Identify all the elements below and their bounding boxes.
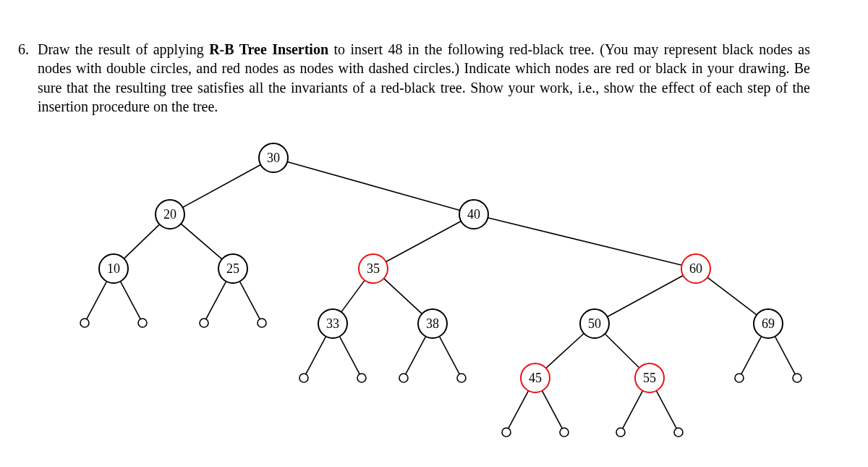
tree-node-label-60: 60 bbox=[689, 261, 702, 276]
tree-node-label-55: 55 bbox=[643, 371, 656, 385]
svg-line-6 bbox=[87, 282, 107, 319]
svg-line-17 bbox=[439, 337, 459, 374]
rb-tree-diagram: 30204010253560333850694555 bbox=[0, 0, 868, 467]
nil-node bbox=[200, 319, 208, 327]
svg-line-20 bbox=[741, 337, 762, 374]
tree-node-label-33: 33 bbox=[326, 316, 339, 331]
nil-node bbox=[616, 428, 625, 437]
tree-node-label-40: 40 bbox=[467, 207, 480, 222]
tree-node-label-10: 10 bbox=[107, 261, 120, 276]
svg-line-15 bbox=[339, 337, 359, 374]
tree-node-label-20: 20 bbox=[163, 207, 176, 222]
svg-line-22 bbox=[509, 391, 529, 429]
tree-node-label-35: 35 bbox=[367, 261, 380, 276]
svg-line-7 bbox=[120, 282, 140, 319]
nil-node bbox=[457, 374, 466, 382]
svg-line-13 bbox=[707, 277, 757, 315]
tree-node-label-30: 30 bbox=[267, 151, 280, 165]
nil-node bbox=[357, 374, 366, 382]
nil-node bbox=[80, 319, 89, 327]
svg-line-16 bbox=[406, 337, 426, 374]
tree-node-label-69: 69 bbox=[762, 316, 775, 331]
svg-line-25 bbox=[656, 391, 676, 429]
svg-line-19 bbox=[605, 334, 639, 368]
tree-node-label-45: 45 bbox=[529, 371, 542, 385]
tree-node-label-25: 25 bbox=[226, 261, 239, 276]
svg-line-3 bbox=[181, 224, 222, 259]
nil-node bbox=[793, 374, 801, 382]
svg-line-11 bbox=[384, 279, 422, 314]
svg-line-9 bbox=[239, 282, 260, 319]
tree-node-label-38: 38 bbox=[426, 316, 439, 331]
nil-node bbox=[258, 319, 266, 327]
svg-line-4 bbox=[386, 221, 461, 261]
nil-node bbox=[299, 374, 308, 382]
svg-line-24 bbox=[623, 391, 643, 429]
nil-node bbox=[735, 374, 744, 382]
svg-line-1 bbox=[287, 161, 459, 210]
nil-node bbox=[138, 319, 147, 327]
svg-line-18 bbox=[546, 333, 584, 368]
svg-line-23 bbox=[542, 391, 562, 429]
nil-node bbox=[502, 428, 511, 437]
svg-line-21 bbox=[775, 337, 795, 374]
nil-node bbox=[399, 374, 408, 382]
svg-line-8 bbox=[206, 282, 226, 319]
svg-line-14 bbox=[306, 337, 326, 374]
svg-line-12 bbox=[608, 276, 684, 317]
svg-line-0 bbox=[183, 165, 261, 208]
nil-node bbox=[674, 428, 683, 437]
svg-line-2 bbox=[124, 224, 159, 258]
svg-line-10 bbox=[341, 280, 365, 312]
svg-line-5 bbox=[488, 218, 681, 266]
nil-node bbox=[560, 428, 569, 437]
tree-node-label-50: 50 bbox=[588, 316, 601, 331]
